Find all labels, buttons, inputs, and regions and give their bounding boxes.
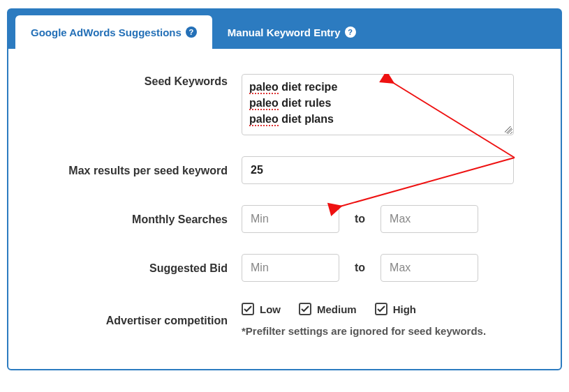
tab-label: Google AdWords Suggestions <box>31 27 182 38</box>
tab-bar: Google AdWords Suggestions ? Manual Keyw… <box>8 10 561 49</box>
range-separator: to <box>355 213 365 225</box>
max-results-label: Max results per seed keyword <box>39 163 242 177</box>
competition-high-checkbox[interactable] <box>375 303 387 315</box>
competition-label: Advertiser competition <box>39 313 242 327</box>
monthly-searches-range: to <box>242 205 530 233</box>
check-icon <box>244 305 252 313</box>
seed-keyword-line: paleo diet rules <box>249 95 506 111</box>
max-results-input[interactable] <box>242 156 514 184</box>
seed-keyword-line: paleo diet plans <box>249 111 506 127</box>
range-separator: to <box>355 262 365 274</box>
competition-low-label: Low <box>260 303 281 315</box>
tab-manual-entry[interactable]: Manual Keyword Entry ? <box>212 15 371 49</box>
suggested-bid-range: to <box>242 254 530 282</box>
monthly-max-input[interactable] <box>380 205 478 233</box>
help-icon[interactable]: ? <box>186 27 197 38</box>
monthly-min-input[interactable] <box>242 205 339 233</box>
tab-label: Manual Keyword Entry <box>228 27 341 38</box>
check-icon <box>301 305 309 313</box>
keyword-panel: Google AdWords Suggestions ? Manual Keyw… <box>7 8 562 370</box>
seed-keyword-line: paleo diet recipe <box>249 79 506 95</box>
form-content: Seed Keywords paleo diet recipepaleo die… <box>8 49 561 369</box>
tab-adwords-suggestions[interactable]: Google AdWords Suggestions ? <box>15 15 212 49</box>
bid-max-input[interactable] <box>380 254 478 282</box>
seed-keywords-input[interactable]: paleo diet recipepaleo diet rulespaleo d… <box>242 74 514 135</box>
competition-medium-label: Medium <box>317 303 357 315</box>
competition-low-checkbox[interactable] <box>242 303 254 315</box>
competition-checkboxes: Low Medium High <box>242 303 530 315</box>
check-icon <box>377 305 385 313</box>
competition-medium-checkbox[interactable] <box>299 303 311 315</box>
seed-keywords-label: Seed Keywords <box>39 74 242 88</box>
prefilter-note: *Prefilter settings are ignored for seed… <box>242 325 530 337</box>
competition-high-label: High <box>393 303 416 315</box>
suggested-bid-label: Suggested Bid <box>39 261 242 275</box>
monthly-searches-label: Monthly Searches <box>39 212 242 226</box>
bid-min-input[interactable] <box>242 254 339 282</box>
help-icon[interactable]: ? <box>345 27 356 38</box>
